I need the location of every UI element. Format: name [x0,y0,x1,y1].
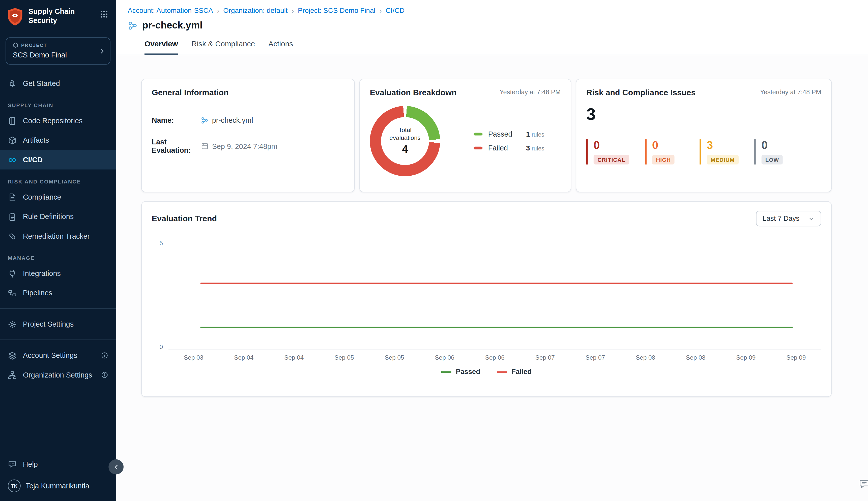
trend-legend: Passed Failed [152,368,822,376]
plug-icon [8,269,17,278]
legend-label: Passed [488,130,517,138]
organization-icon [8,371,17,379]
y-tick-max: 5 [159,240,163,246]
x-axis-labels: Sep 03 Sep 04 Sep 04 Sep 05 Sep 05 Sep 0… [168,354,821,361]
breadcrumb-cicd-link[interactable]: CI/CD [386,7,405,14]
sidebar-item-get-started[interactable]: Get Started [0,74,116,93]
tab-bar: Overview Risk & Compliance Actions [116,31,868,55]
user-name: Teja Kummarikuntla [26,482,90,490]
chevron-separator: › [379,7,382,14]
legend-count: 3 [526,144,530,152]
sidebar-item-integrations[interactable]: Integrations [0,264,116,283]
risk-compliance-issues-card: Risk and Compliance Issues Yesterday at … [576,79,832,192]
passed-line-swatch [441,371,451,373]
chevron-left-icon [113,463,119,470]
x-tick: Sep 05 [319,354,369,361]
card-timestamp: Yesterday at 7:48 PM [760,88,821,96]
chevron-down-icon [808,215,814,222]
last-evaluation-row: Last Evaluation: Sep 9, 2024 7:48pm [152,138,344,154]
sidebar-spacer [0,385,116,455]
sidebar-item-cicd[interactable]: CI/CD [0,150,116,169]
app-root: Supply Chain Security PROJECT SCS Demo F… [0,0,868,501]
page-header: Account: Automation-SSCA › Organization:… [116,0,868,55]
title-row: pr-check.yml [116,14,868,31]
sidebar-item-label: CI/CD [23,156,43,164]
x-tick: Sep 09 [721,354,771,361]
range-value: Last 7 Days [763,215,799,223]
chevron-separator: › [217,7,219,14]
sidebar-item-organization-settings[interactable]: Organization Settings [0,365,116,385]
x-tick: Sep 06 [470,354,520,361]
content-area: General Information Name: pr-check.yml [116,55,868,501]
last-evaluation-value: Sep 9, 2024 7:48pm [212,142,278,150]
card-title: Evaluation Breakdown [370,88,457,97]
sidebar-item-rule-definitions[interactable]: Rule Definitions [0,207,116,226]
x-tick: Sep 04 [219,354,269,361]
info-icon[interactable] [101,352,108,359]
legend-label: Passed [456,368,480,376]
document-icon [8,193,17,201]
account-icon [8,351,17,360]
x-tick: Sep 03 [168,354,219,361]
project-name: SCS Demo Final [13,51,103,59]
sidebar-item-label: Help [23,460,38,468]
legend-item-passed: Passed [441,368,480,376]
project-selector[interactable]: PROJECT SCS Demo Final [6,37,111,64]
tab-overview[interactable]: Overview [145,40,178,55]
sidebar-item-label: Remediation Tracker [23,232,90,240]
evaluation-breakdown-card: Evaluation Breakdown Yesterday at 7:48 P… [359,79,572,192]
failed-swatch [473,147,482,149]
sidebar-item-label: Integrations [23,269,61,277]
sidebar-item-label: Artifacts [23,136,49,145]
legend-unit: rules [532,131,544,138]
sidebar-divider [0,308,116,309]
sidebar-collapse-handle[interactable] [108,459,124,475]
sidebar-item-artifacts[interactable]: Artifacts [0,130,116,150]
legend-label: Failed [511,368,532,376]
breadcrumb-organization-link[interactable]: Organization: default [223,7,287,14]
project-cube-icon [13,42,18,48]
last-evaluation-label: Last Evaluation: [152,138,201,154]
sidebar-item-project-settings[interactable]: Project Settings [0,315,116,334]
repository-icon [8,116,17,125]
summary-cards-row: General Information Name: pr-check.yml [141,79,832,192]
severity-badge: CRITICAL [594,155,629,164]
x-tick: Sep 07 [570,354,620,361]
section-heading-manage: MANAGE [8,255,108,261]
sidebar-item-account-settings[interactable]: Account Settings [0,346,116,365]
card-title: General Information [152,88,344,97]
trend-range-select[interactable]: Last 7 Days [756,211,821,226]
rocket-icon [8,79,17,88]
breadcrumb-account-link[interactable]: Account: Automation-SSCA [128,7,213,14]
donut-center-label: Total evaluations [385,127,425,142]
chevron-separator: › [292,7,294,14]
x-tick: Sep 06 [420,354,470,361]
chat-button[interactable] [858,478,868,490]
sidebar-item-remediation-tracker[interactable]: Remediation Tracker [0,226,116,246]
info-icon[interactable] [101,371,108,379]
legend-count: 1 [526,130,530,138]
passed-series-line [200,326,793,328]
severity-count: 0 [652,139,684,150]
y-tick-min: 0 [159,343,163,350]
breadcrumb-project-link[interactable]: Project: SCS Demo Final [298,7,375,14]
card-timestamp: Yesterday at 7:48 PM [500,88,561,96]
legend-item-failed: Failed [497,368,532,376]
x-tick: Sep 04 [269,354,319,361]
severity-row: 0 CRITICAL 0 HIGH 3 MEDIUM 0 [586,139,821,164]
severity-medium: 3 MEDIUM [700,139,739,164]
brand-title: Supply Chain Security [29,7,78,25]
module-switcher-icon[interactable] [100,10,108,18]
tab-actions[interactable]: Actions [268,40,293,55]
calendar-icon [201,142,209,150]
sidebar-item-code-repositories[interactable]: Code Repositories [0,111,116,130]
sidebar-item-label: Code Repositories [23,116,83,125]
sidebar-item-compliance[interactable]: Compliance [0,187,116,207]
sidebar-item-pipelines[interactable]: Pipelines [0,283,116,303]
sidebar-item-help[interactable]: Help [0,455,116,474]
section-heading-supply-chain: SUPPLY CHAIN [8,102,108,108]
user-menu[interactable]: TK Teja Kummarikuntla [0,474,116,501]
tab-risk-compliance[interactable]: Risk & Compliance [191,40,255,55]
donut-legend: Passed 1 rules Failed 3 rules [473,124,544,158]
x-tick: Sep 08 [671,354,721,361]
